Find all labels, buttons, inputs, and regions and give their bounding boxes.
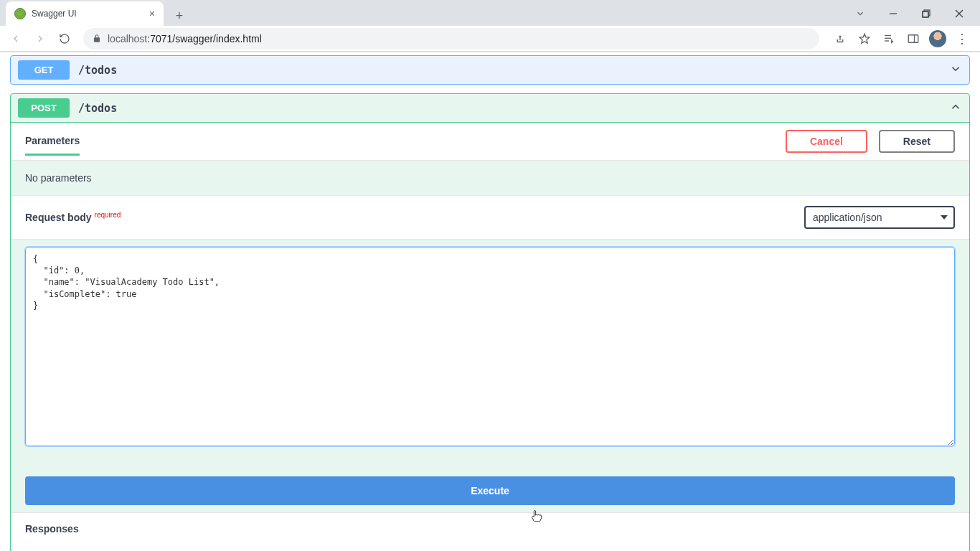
- execute-button[interactable]: Execute: [25, 476, 955, 505]
- svg-rect-10: [908, 34, 918, 42]
- share-icon[interactable]: [828, 28, 852, 50]
- op-path-post: /todos: [78, 102, 117, 115]
- profile-avatar[interactable]: [925, 28, 950, 50]
- reading-list-icon[interactable]: [877, 28, 901, 50]
- opblock-post-todos: POST /todos Parameters Cancel Reset No: [10, 93, 970, 551]
- toolbar-right-icons: ⋮: [828, 28, 974, 50]
- minimize-button[interactable]: [877, 1, 910, 26]
- new-tab-button[interactable]: +: [169, 6, 189, 26]
- opblock-get-todos: GET /todos: [10, 55, 970, 85]
- request-body-textarea[interactable]: [25, 247, 955, 446]
- browser-chrome: Swagger UI × +: [0, 0, 980, 52]
- swagger-container: GET /todos POST /todos: [0, 52, 980, 551]
- svg-rect-2: [923, 11, 928, 17]
- bookmark-star-icon[interactable]: [852, 28, 877, 50]
- chevron-down-icon[interactable]: [949, 62, 962, 78]
- svg-marker-6: [859, 34, 870, 43]
- page-scroll-area[interactable]: GET /todos POST /todos: [0, 52, 980, 551]
- execute-wrap: Execute: [11, 461, 969, 512]
- chevron-up-icon[interactable]: [949, 100, 962, 116]
- reset-button[interactable]: Reset: [879, 130, 955, 153]
- request-body-header: Request body required application/json: [11, 195, 969, 240]
- close-window-button[interactable]: [943, 1, 976, 26]
- maximize-button[interactable]: [910, 1, 943, 26]
- back-button[interactable]: [6, 29, 26, 49]
- required-label: required: [95, 211, 121, 219]
- swagger-favicon-icon: [14, 8, 26, 19]
- side-panel-icon[interactable]: [901, 28, 925, 50]
- no-parameters-text: No parameters: [11, 161, 969, 195]
- op-path-get: /todos: [78, 64, 117, 77]
- browser-tab[interactable]: Swagger UI ×: [6, 1, 164, 26]
- parameters-tab[interactable]: Parameters: [25, 135, 80, 156]
- opblock-get-summary[interactable]: GET /todos: [11, 56, 969, 84]
- tab-title: Swagger UI: [32, 9, 77, 19]
- method-badge-post: POST: [18, 98, 70, 118]
- browser-toolbar: localhost:7071/swagger/index.html: [0, 26, 980, 52]
- forward-button[interactable]: [30, 29, 50, 49]
- tab-search-icon[interactable]: [844, 9, 877, 19]
- kebab-menu-icon[interactable]: ⋮: [950, 28, 974, 50]
- responses-label: Responses: [11, 513, 969, 540]
- opblock-post-summary[interactable]: POST /todos: [11, 94, 969, 122]
- content-type-select[interactable]: application/json: [804, 206, 955, 229]
- reload-button[interactable]: [55, 29, 75, 49]
- lock-icon: [92, 34, 102, 44]
- window-controls: [844, 1, 980, 26]
- tab-strip: Swagger UI × +: [0, 0, 980, 26]
- cancel-button[interactable]: Cancel: [786, 130, 867, 153]
- request-body-label: Request body: [25, 212, 92, 223]
- request-body-editor-wrap: [11, 240, 969, 461]
- opblock-post-body: Parameters Cancel Reset No parameters Re…: [11, 122, 969, 551]
- parameters-header: Parameters Cancel Reset: [11, 123, 969, 161]
- url-text: localhost:7071/swagger/index.html: [108, 33, 262, 44]
- method-badge-get: GET: [18, 60, 70, 80]
- address-bar[interactable]: localhost:7071/swagger/index.html: [83, 28, 819, 50]
- page-viewport: GET /todos POST /todos: [0, 52, 980, 551]
- close-tab-icon[interactable]: ×: [149, 8, 155, 19]
